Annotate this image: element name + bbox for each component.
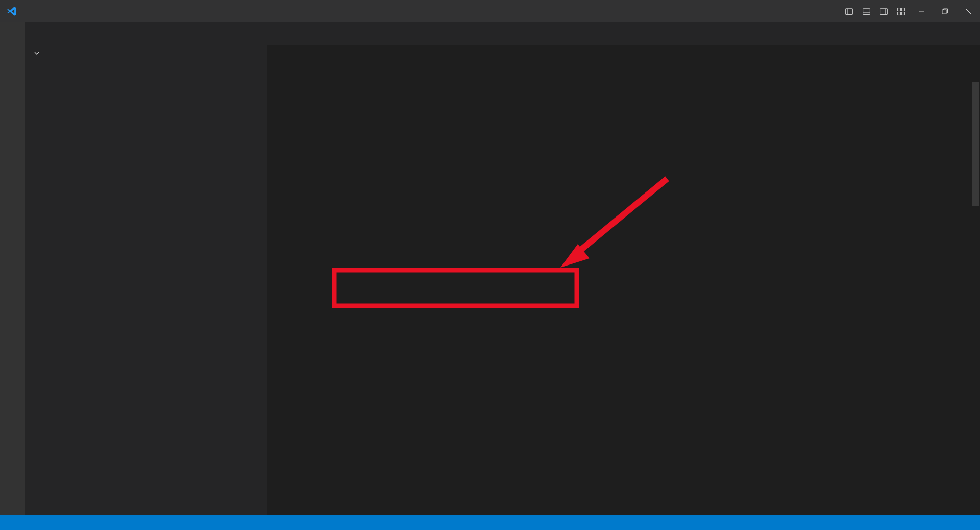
- explorer-sidebar: [24, 22, 267, 515]
- vscode-logo-icon: [0, 6, 23, 17]
- chevron-down-icon: [33, 49, 41, 57]
- toggle-panel-icon[interactable]: [857, 4, 875, 19]
- title-bar: [0, 0, 980, 22]
- tree-root[interactable]: [24, 46, 267, 60]
- close-window-button[interactable]: [957, 0, 980, 22]
- toggle-secondary-sidebar-icon[interactable]: [875, 4, 892, 19]
- minimap[interactable]: [909, 83, 971, 204]
- tree-indent-guide: [73, 102, 74, 424]
- window-controls: [840, 0, 980, 22]
- minimize-button[interactable]: [910, 0, 933, 22]
- tab-bar: [267, 22, 980, 45]
- status-bar: [0, 515, 980, 530]
- explorer-header: [24, 22, 267, 46]
- code-editor[interactable]: [267, 59, 980, 515]
- editor-group: [267, 22, 980, 515]
- restore-button[interactable]: [933, 0, 957, 22]
- toggle-sidebar-icon[interactable]: [840, 4, 857, 19]
- activity-bar: [0, 22, 24, 515]
- customize-layout-icon[interactable]: [892, 4, 910, 19]
- editor-scrollbar[interactable]: [972, 82, 979, 206]
- breadcrumb: [267, 45, 980, 59]
